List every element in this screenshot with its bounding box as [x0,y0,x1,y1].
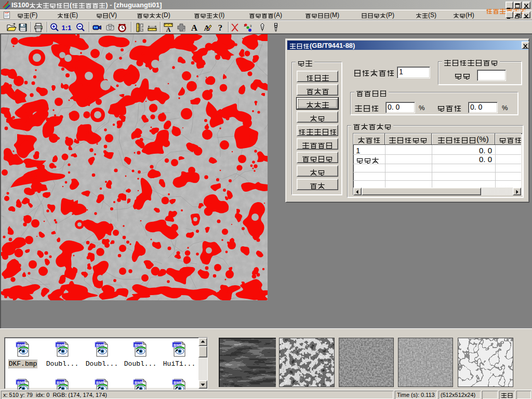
svg-text:A: A [166,26,171,33]
svg-text:3: 3 [250,24,252,28]
svg-text:?: ? [218,23,223,33]
svg-text:1:1: 1:1 [61,24,71,32]
svg-text:A: A [191,23,197,33]
